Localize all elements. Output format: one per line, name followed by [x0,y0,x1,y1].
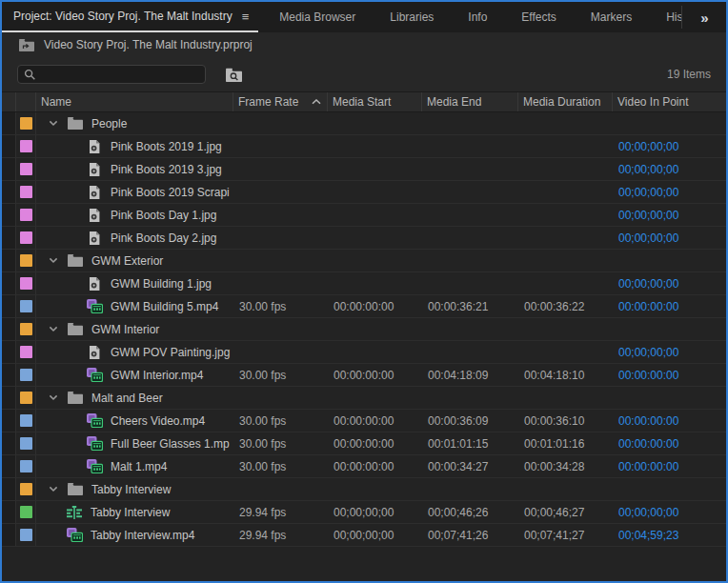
clip-row[interactable]: Pink Boots 2019 3.jpg00;00;00;00 [2,158,726,181]
header-media-duration[interactable]: Media Duration [518,92,613,111]
header-name[interactable]: Name [36,92,233,111]
item-name: GWM Building 1.jpg [111,277,212,291]
media-duration-value: 00:04:18:10 [518,364,613,386]
label-color-swatch[interactable] [20,186,32,198]
label-color-swatch[interactable] [20,163,32,175]
item-name: GWM Building 5.mp4 [111,300,218,313]
folder-icon [67,483,84,495]
label-color-swatch[interactable] [20,300,32,312]
media-start-value [328,387,422,409]
header-label-color[interactable] [16,92,36,111]
row-gutter [2,524,16,546]
clip-row[interactable]: Tabby Interview.mp429.94 fps00;00;00;000… [2,524,726,547]
label-color-swatch[interactable] [20,460,32,472]
navigate-up-bin-icon[interactable] [19,39,34,51]
row-gutter [2,341,16,363]
item-name: Pink Boots 2019 Scrapi [111,186,230,199]
tab-effects[interactable]: Effects [521,2,556,32]
clip-row[interactable]: Cheers Video.mp430.00 fps00:00:00:0000:0… [2,410,726,432]
media-duration-value [518,387,613,409]
header-media-end[interactable]: Media End [422,92,518,111]
label-color-swatch[interactable] [20,277,32,290]
clip-row[interactable]: GWM Interior.mp430.00 fps00:00:00:0000:0… [2,364,726,387]
video-in-point-value: 00;00;00;00 [613,135,726,157]
clip-row[interactable]: GWM POV Painting.jpg00;00;00;00 [2,341,726,364]
tab-media-browser[interactable]: Media Browser [279,2,355,32]
item-name: Pink Boots Day 2.jpg [111,231,216,245]
project-file-name[interactable]: Video Story Proj. The Malt Industry.prpr… [44,38,253,51]
panel-menu-icon[interactable]: ≡ [242,10,250,24]
media-end-value: 00:00:36:09 [422,410,518,432]
folder-icon [67,117,84,130]
av-icon [86,413,103,428]
label-color-swatch[interactable] [20,369,32,381]
label-color-swatch[interactable] [20,506,32,518]
name-cell: Pink Boots 2019 3.jpg [36,158,233,180]
bin-row[interactable]: GWM Interior [2,318,726,341]
chevron-down-icon[interactable] [46,394,61,401]
label-color-swatch[interactable] [20,437,32,450]
row-gutter [2,204,16,226]
video-in-point-value: 00:00:00:00 [613,410,726,432]
find-in-bin-button[interactable] [223,66,244,83]
clip-row[interactable]: Pink Boots Day 1.jpg00;00;00;00 [2,204,726,227]
tab-markers[interactable]: Markers [591,2,632,32]
av-icon [86,459,103,473]
label-color-swatch[interactable] [20,323,32,335]
frame-rate-value [233,387,328,409]
label-color-swatch[interactable] [20,414,32,427]
video-in-point-value: 00:00:00:00 [613,295,726,317]
label-color-swatch[interactable] [20,209,32,221]
clip-row[interactable]: GWM Building 5.mp430.00 fps00:00:00:0000… [2,295,726,318]
bin-row[interactable]: Tabby Interview [2,478,726,501]
name-cell: Pink Boots 2019 1.jpg [36,135,233,157]
chevron-down-icon[interactable] [46,257,61,264]
clip-row[interactable]: Pink Boots Day 2.jpg00;00;00;00 [2,227,726,250]
clip-row[interactable]: Malt 1.mp430.00 fps00:00:00:0000:00:34:2… [2,455,726,478]
tab-overflow-chevron-icon[interactable]: » [682,2,726,32]
tab-history[interactable]: Histo [666,2,681,32]
chevron-down-icon[interactable] [46,326,61,332]
label-color-cell [16,455,36,477]
clip-row[interactable]: Pink Boots 2019 Scrapi00;00;00;00 [2,181,726,204]
chevron-down-icon[interactable] [46,486,61,493]
label-color-cell [16,387,36,409]
video-in-point-value [613,318,726,340]
clip-row[interactable]: Full Beer Glasses 1.mp30.00 fps00:00:00:… [2,432,726,455]
bin-row[interactable]: Malt and Beer [2,387,726,410]
label-color-swatch[interactable] [20,392,32,404]
still-icon [86,231,103,245]
media-duration-value [518,318,613,340]
label-color-swatch[interactable] [20,140,32,152]
tab-info[interactable]: Info [468,2,487,32]
item-name: Tabby Interview.mp4 [91,529,194,542]
media-duration-value: 00:00:36:22 [518,295,613,317]
label-color-swatch[interactable] [20,529,32,541]
label-color-swatch[interactable] [20,231,32,244]
row-gutter [2,455,16,477]
clip-row[interactable]: GWM Building 1.jpg00;00;00;00 [2,272,726,295]
label-color-swatch[interactable] [20,483,32,495]
label-color-cell [16,112,36,134]
tab-project[interactable]: Project: Video Story Proj. The Malt Indu… [2,2,258,32]
project-toolbar: 19 Items [2,57,726,91]
label-color-swatch[interactable] [20,254,32,267]
header-video-in-point[interactable]: Video In Point [613,92,726,111]
label-color-cell [16,410,36,432]
label-color-swatch[interactable] [20,346,32,358]
header-media-start[interactable]: Media Start [328,92,422,111]
bin-row[interactable]: GWM Exterior [2,250,726,272]
header-frame-rate[interactable]: Frame Rate [233,92,328,111]
bin-row[interactable]: People [2,112,726,135]
video-in-point-value: 00:00:00:00 [613,364,726,386]
name-cell: Tabby Interview.mp4 [36,524,233,546]
tab-libraries[interactable]: Libraries [390,2,434,32]
label-color-swatch[interactable] [20,117,32,130]
chevron-down-icon[interactable] [46,120,61,127]
clip-row[interactable]: Tabby Interview29.94 fps00;00;00;0000;00… [2,501,726,524]
clip-row[interactable]: Pink Boots 2019 1.jpg00;00;00;00 [2,135,726,158]
search-input[interactable] [41,68,199,81]
media-start-value [328,158,422,180]
item-name: GWM POV Painting.jpg [111,346,230,359]
search-box[interactable] [17,65,206,84]
